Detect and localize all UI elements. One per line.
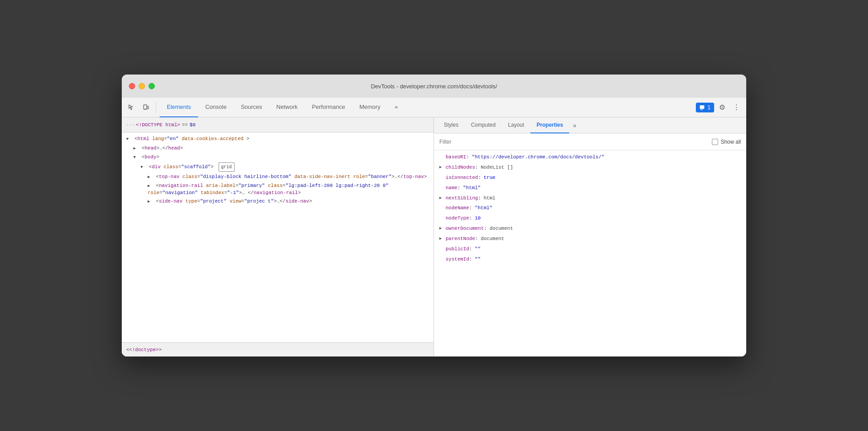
toolbar-divider xyxy=(156,102,156,113)
tab-elements[interactable]: Elements xyxy=(160,98,198,117)
traffic-lights xyxy=(129,83,155,89)
prop-row-ownerdocument[interactable]: ▶ ownerDocument : document xyxy=(434,224,746,234)
expand-icon[interactable]: ▼ xyxy=(133,154,139,161)
tab-performance[interactable]: Performance xyxy=(305,98,352,117)
elements-panel: ··· <!DOCTYPE html> == $0 ▼ <html lang="… xyxy=(122,117,434,356)
tab-memory[interactable]: Memory xyxy=(352,98,388,117)
notifications-button[interactable]: 1 xyxy=(696,103,714,112)
tree-row-top-nav[interactable]: ▶ <top-nav class="display-block hairline… xyxy=(122,172,434,182)
toolbar-right: 1 ⚙ ⋮ xyxy=(696,101,743,114)
tab-properties[interactable]: Properties xyxy=(530,117,569,133)
expand-icon[interactable]: ▶ xyxy=(133,145,139,152)
prop-row-nextsibling[interactable]: ▶ nextSibling : html xyxy=(434,193,746,203)
main-content: ··· <!DOCTYPE html> == $0 ▼ <html lang="… xyxy=(122,117,746,356)
tree-row-body[interactable]: ▼ <body> xyxy=(122,153,434,162)
tab-layout[interactable]: Layout xyxy=(502,117,530,133)
devtools-window: DevTools - developer.chrome.com/docs/dev… xyxy=(122,75,746,356)
tab-styles[interactable]: Styles xyxy=(438,117,465,133)
filter-input[interactable] xyxy=(439,139,712,145)
device-toolbar-icon[interactable] xyxy=(140,101,152,114)
devtools-panel: Elements Console Sources Network Perform… xyxy=(122,98,746,356)
prop-tab-more-icon[interactable]: » xyxy=(569,120,580,131)
breadcrumb-dots: ··· xyxy=(126,122,135,128)
footer-doctype: <!doctype> xyxy=(129,347,159,352)
show-all-checkbox[interactable] xyxy=(712,139,718,145)
svg-rect-1 xyxy=(147,106,149,109)
prop-row-isconnected[interactable]: isConnected : true xyxy=(434,173,746,183)
tree-row-scaffold[interactable]: ▼ <div class="scaffold"> grid xyxy=(122,162,434,172)
maximize-button[interactable] xyxy=(149,83,155,89)
prop-row-nodetype[interactable]: nodeType : 10 xyxy=(434,213,746,224)
inspect-element-icon[interactable] xyxy=(125,101,138,114)
breadcrumb-doctype: <!DOCTYPE html> xyxy=(136,122,180,128)
properties-tabs: Styles Computed Layout Properties » xyxy=(434,117,746,133)
toolbar-tabs: Elements Console Sources Network Perform… xyxy=(160,98,694,117)
elements-footer: <<!doctype>> xyxy=(122,342,434,356)
expand-icon[interactable]: ▶ xyxy=(148,174,153,181)
prop-row-publicid[interactable]: publicId : "" xyxy=(434,244,746,254)
properties-panel: Styles Computed Layout Properties » xyxy=(434,117,746,356)
expand-icon[interactable]: ▶ xyxy=(148,183,153,190)
window-title: DevTools - developer.chrome.com/docs/dev… xyxy=(371,83,497,90)
svg-point-2 xyxy=(145,108,145,108)
tab-network[interactable]: Network xyxy=(269,98,305,117)
prop-row-childnodes[interactable]: ▶ childNodes : NodeList [] xyxy=(434,162,746,173)
filter-bar: Show all xyxy=(434,133,746,150)
expand-icon[interactable]: ▶ xyxy=(148,199,153,205)
tab-more[interactable]: » xyxy=(388,98,405,117)
show-all-label: Show all xyxy=(721,139,741,145)
prop-row-baseuri[interactable]: baseURI : "https://developer.chrome.com/… xyxy=(434,152,746,162)
expand-icon[interactable]: ▼ xyxy=(126,136,132,143)
tree-row-head[interactable]: ▶ <head>…</head> xyxy=(122,144,434,153)
more-options-icon[interactable]: ⋮ xyxy=(730,101,743,114)
breadcrumb-dollar: $0 xyxy=(190,122,195,128)
tab-sources[interactable]: Sources xyxy=(234,98,269,117)
tree-row-html[interactable]: ▼ <html lang="en" data-cookies-accepted … xyxy=(122,134,434,144)
settings-icon[interactable]: ⚙ xyxy=(716,101,728,114)
expand-icon[interactable]: ▼ xyxy=(141,164,146,171)
elements-tree[interactable]: ▼ <html lang="en" data-cookies-accepted … xyxy=(122,133,434,342)
close-button[interactable] xyxy=(129,83,135,89)
prop-row-parentnode[interactable]: ▶ parentNode : document xyxy=(434,234,746,244)
properties-list: baseURI : "https://developer.chrome.com/… xyxy=(434,150,746,356)
toolbar: Elements Console Sources Network Perform… xyxy=(122,98,746,117)
prop-row-name[interactable]: name : "html" xyxy=(434,183,746,193)
tab-computed[interactable]: Computed xyxy=(465,117,502,133)
prop-row-nodename[interactable]: nodeName : "html" xyxy=(434,203,746,213)
prop-row-systemid[interactable]: systemId : "" xyxy=(434,254,746,265)
show-all-container: Show all xyxy=(712,139,741,145)
grid-badge[interactable]: grid xyxy=(219,162,235,172)
minimize-button[interactable] xyxy=(139,83,145,89)
tree-row-side-nav[interactable]: ▶ <side-nav type="project" view="projec … xyxy=(122,197,434,206)
tab-console[interactable]: Console xyxy=(198,98,234,117)
tree-row-nav-rail[interactable]: ▶ <navigation-rail aria-label="primary" … xyxy=(122,182,434,197)
elements-breadcrumb: ··· <!DOCTYPE html> == $0 xyxy=(122,117,434,133)
title-bar: DevTools - developer.chrome.com/docs/dev… xyxy=(122,75,746,98)
breadcrumb-eq: == xyxy=(182,122,188,128)
svg-rect-3 xyxy=(700,105,704,109)
